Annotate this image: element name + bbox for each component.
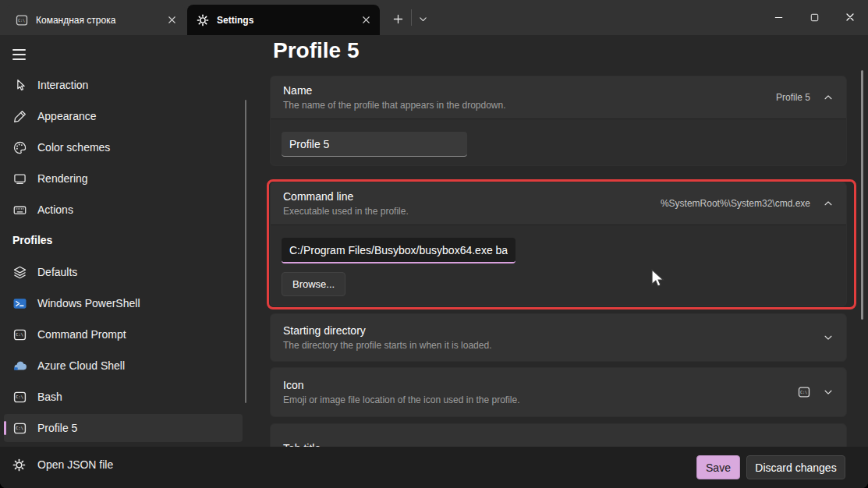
cursor-icon (13, 79, 27, 92)
sidebar-item-actions[interactable]: Actions (4, 196, 243, 224)
tabtitle-expander-header[interactable]: Tab title (271, 424, 846, 447)
commandline-subtitle: Executable used in the profile. (283, 206, 661, 217)
chevron-down-icon[interactable] (823, 332, 834, 343)
name-expander-header[interactable]: Name The name of the profile that appear… (271, 76, 846, 118)
commandline-header-value: %SystemRoot%\System32\cmd.exe (661, 198, 810, 209)
icon-expander-header[interactable]: Icon Emoji or image file location of the… (271, 368, 846, 416)
cmd-icon (798, 386, 810, 398)
startdir-section-card: Starting directory The directory the pro… (270, 313, 847, 362)
gear-icon (12, 458, 26, 472)
cmd-icon (13, 422, 27, 435)
commandline-expander-content: Browse... (271, 225, 846, 306)
icon-subtitle: Emoji or image file location of the icon… (283, 394, 798, 405)
close-icon (844, 11, 856, 23)
name-section-card: Name The name of the profile that appear… (270, 76, 847, 166)
browse-button[interactable]: Browse... (282, 272, 345, 296)
tabbar-divider (411, 9, 412, 26)
cmd-icon (13, 391, 27, 404)
settings-main-panel: Profile 5 Name The name of the profile t… (257, 35, 868, 447)
navigation-menu-button[interactable] (6, 41, 37, 68)
sidebar-item-color-schemes[interactable]: Color schemes (4, 133, 243, 161)
main-scrollbar[interactable] (861, 70, 863, 320)
minimize-button[interactable] (760, 0, 796, 34)
open-json-label: Open JSON file (37, 458, 113, 471)
discard-changes-button[interactable]: Discard changes (746, 455, 845, 479)
cloud-icon (13, 359, 27, 373)
selected-accent-bar (4, 421, 6, 435)
maximize-icon (809, 12, 820, 23)
chevron-down-icon (418, 14, 428, 24)
cmd-icon (13, 328, 27, 341)
startdir-expander-header[interactable]: Starting directory The directory the pro… (271, 314, 846, 361)
sidebar-item-azure-cloud-shell[interactable]: Azure Cloud Shell (4, 352, 243, 380)
cmd-icon (16, 14, 28, 27)
sidebar-item-bash[interactable]: Bash (4, 383, 243, 411)
tabtitle-section-card: Tab title (270, 423, 847, 447)
name-subtitle: The name of the profile that appears in … (283, 100, 776, 111)
tab-close-button[interactable] (164, 12, 179, 28)
sidebar-scrollbar[interactable] (245, 100, 246, 403)
keyboard-icon (13, 203, 27, 217)
powershell-icon (13, 297, 27, 310)
tab-bar: Командная строка Settings (0, 0, 868, 35)
name-title: Name (283, 84, 776, 97)
icon-section-card: Icon Emoji or image file location of the… (270, 367, 847, 417)
sidebar-item-interaction[interactable]: Interaction (4, 71, 243, 99)
name-header-value: Profile 5 (776, 92, 810, 103)
close-icon (360, 14, 372, 26)
palette-icon (13, 141, 27, 154)
name-expander-content (271, 118, 846, 165)
chevron-down-icon[interactable] (823, 387, 834, 398)
tab-label: Командная строка (36, 15, 164, 26)
sidebar-item-windows-powershell[interactable]: Windows PowerShell (4, 289, 243, 317)
maximize-button[interactable] (796, 0, 832, 34)
startdir-title: Starting directory (283, 324, 823, 337)
save-button[interactable]: Save (696, 455, 740, 479)
windows-terminal-settings-window: Командная строка Settings Interaction Ap… (0, 0, 868, 488)
hamburger-icon (12, 49, 26, 60)
startdir-subtitle: The directory the profile starts in when… (283, 340, 823, 351)
close-icon (166, 14, 178, 26)
sidebar-item-profile-5[interactable]: Profile 5 (4, 414, 243, 442)
new-tab-button[interactable] (386, 7, 409, 30)
tab-settings[interactable]: Settings (187, 5, 380, 35)
minimize-icon (773, 12, 785, 23)
sidebar-item-defaults[interactable]: Defaults (4, 258, 243, 286)
icon-title: Icon (283, 379, 798, 391)
sidebar-item-rendering[interactable]: Rendering (4, 164, 243, 193)
name-input[interactable] (282, 132, 467, 157)
chevron-up-icon[interactable] (823, 92, 834, 103)
tab-label: Settings (217, 15, 358, 26)
commandline-title: Command line (283, 190, 661, 203)
brush-icon (13, 110, 27, 123)
chevron-up-icon[interactable] (823, 198, 834, 209)
tab-command-prompt[interactable]: Командная строка (6, 5, 186, 35)
close-window-button[interactable] (832, 0, 868, 34)
open-json-file-button[interactable]: Open JSON file (6, 452, 119, 477)
monitor-icon (13, 172, 27, 186)
tab-close-button[interactable] (358, 12, 374, 28)
sidebar-item-appearance[interactable]: Appearance (4, 102, 243, 130)
gear-icon (197, 14, 209, 27)
commandline-expander-header[interactable]: Command line Executable used in the prof… (271, 182, 846, 225)
tab-dropdown-button[interactable] (413, 7, 433, 30)
settings-sidebar: Interaction Appearance Color schemes Ren… (0, 35, 257, 447)
page-title: Profile 5 (273, 38, 359, 63)
settings-footer: Open JSON file Save Discard changes (0, 447, 868, 488)
sidebar-item-command-prompt[interactable]: Command Prompt (4, 320, 243, 348)
commandline-section-card: Command line Executable used in the prof… (270, 182, 847, 306)
commandline-input[interactable] (282, 238, 515, 263)
layers-icon (13, 266, 27, 279)
profiles-section-header: Profiles (12, 234, 52, 246)
plus-icon (391, 12, 405, 26)
